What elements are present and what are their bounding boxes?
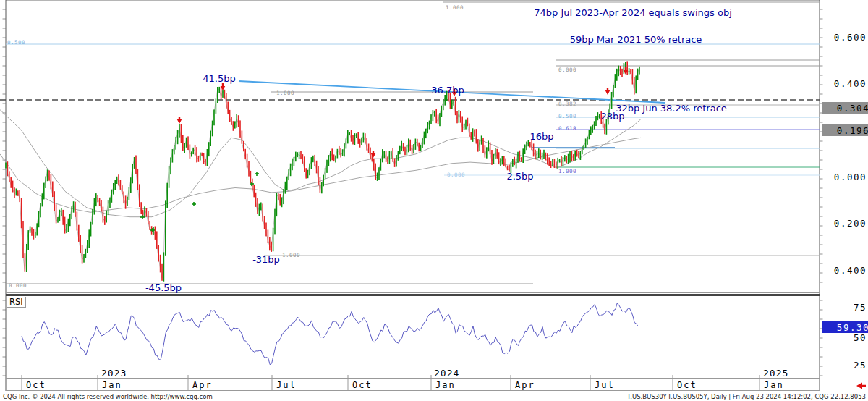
price-annotation: 36.7bp <box>431 85 464 96</box>
price-annotation: -45.5bp <box>145 282 182 293</box>
price-axis-label: 0.304 <box>822 102 868 114</box>
timeline-month-label: Jan <box>764 380 784 390</box>
price-axis-label: -0.400 <box>822 265 867 276</box>
rsi-pane-title: RSI <box>7 297 26 308</box>
price-annotation: 16bp <box>529 131 553 142</box>
timeline-month-label: Jul <box>276 380 297 390</box>
timeline-month-label: Apr <box>192 380 213 390</box>
cqg-spread-chart: 74bp Jul 2023-Apr 2024 equals swings obj… <box>0 0 868 401</box>
price-axis-label: -0.200 <box>822 218 867 229</box>
fib-level-label: 0.000 <box>9 282 27 289</box>
status-bar-copyright: CQG Inc. © 2024 All rights reserved worl… <box>3 393 213 400</box>
price-annotation: 41.5bp <box>203 73 235 84</box>
timeline-year-label: 2024 <box>434 368 459 379</box>
timeline-month-label: Jul <box>595 380 615 390</box>
fib-level-label: 1.000 <box>276 90 294 96</box>
fib-level-label: 1.000 <box>282 252 300 258</box>
price-annotation: -31bp <box>252 254 280 265</box>
fib-level-label: 1.000 <box>558 168 576 174</box>
timeline-month-label: Apr <box>515 380 535 390</box>
timeline-month-label: Oct <box>677 380 697 390</box>
price-annotation: 32bp Jun 38.2% retrace <box>616 103 727 114</box>
fib-level-label: 0.500 <box>7 39 25 46</box>
price-annotation: 2.5bp <box>506 171 533 182</box>
fib-level-label: 1.000 <box>446 4 464 11</box>
timeline-month-label: Jan <box>435 380 456 390</box>
fib-level-label: 0.618 <box>558 125 576 132</box>
timeline-month-label: Oct <box>352 380 373 390</box>
rsi-current-value: 59.30 <box>822 321 868 333</box>
price-axis-label: 0.000 <box>822 172 867 182</box>
price-annotation: 59bp Mar 2021 50% retrace <box>570 34 702 45</box>
rsi-axis-label: 25 <box>822 360 867 371</box>
timeline-month-label: Jan <box>102 380 122 390</box>
price-annotation: 28bp <box>600 111 624 122</box>
rsi-axis-label: 75 <box>822 302 867 313</box>
price-axis-label: 0.400 <box>822 78 867 89</box>
price-axis-label: 0.600 <box>822 32 867 43</box>
fib-level-label: 0.000 <box>558 67 576 73</box>
rsi-axis-label: 50 <box>822 332 867 343</box>
timeline-year-label: 2025 <box>763 368 788 379</box>
price-axis-label: 0.196 <box>822 124 868 136</box>
status-bar-symbol-info: T.US.BUS30Y-T.US.BUS05Y, Daily | Fri Aug… <box>627 393 866 400</box>
chart-canvas[interactable] <box>0 0 868 401</box>
fib-level-label: 0.500 <box>558 113 576 119</box>
timeline-year-label: 2023 <box>101 368 127 379</box>
timeline-month-label: Oct <box>26 380 46 390</box>
fib-level-label: 0.000 <box>447 172 465 178</box>
fib-level-label: 0.382 <box>558 101 576 107</box>
price-annotation: 74bp Jul 2023-Apr 2024 equals swings obj <box>534 7 732 18</box>
